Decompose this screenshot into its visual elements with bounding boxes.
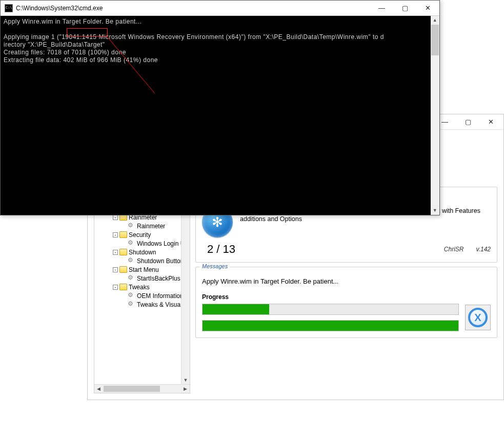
folder-icon — [119, 284, 127, 290]
tree-item[interactable]: -Shutdown — [94, 248, 190, 256]
scroll-left-icon[interactable]: ◀ — [94, 385, 103, 393]
messages-legend: Messages — [200, 263, 230, 269]
cmd-window: C:\Windows\System32\cmd.exe — ▢ ✕ Apply … — [0, 0, 440, 215]
script-gear-icon — [128, 301, 135, 308]
scroll-down-icon[interactable]: ▼ — [431, 206, 439, 215]
cmd-title: C:\Windows\System32\cmd.exe — [16, 5, 370, 12]
progress-bar-current — [202, 304, 459, 315]
script-author: ChriSR — [444, 246, 464, 253]
script-gear-icon — [128, 275, 135, 282]
close-button[interactable]: ✕ — [479, 115, 502, 129]
cmd-app-icon — [5, 4, 13, 12]
script-gear-icon — [128, 223, 135, 229]
cmd-maximize-button[interactable]: ▢ — [393, 1, 416, 15]
cmd-close-button[interactable]: ✕ — [416, 1, 439, 15]
tree-expander-icon[interactable]: - — [113, 285, 118, 290]
tree-item-label: StartIsBackPlus — [137, 275, 180, 282]
script-gear-icon — [128, 292, 135, 299]
progress-label: Progress — [202, 293, 491, 301]
tree-item-label: Tweaks & Visual E — [137, 301, 188, 308]
script-gear-icon — [128, 240, 135, 247]
script-version: v.142 — [476, 246, 491, 253]
tree-item[interactable]: +Rainmeter — [94, 222, 190, 230]
tree-item-label: OEM Information — [137, 292, 184, 300]
scroll-up-icon[interactable]: ▲ — [431, 16, 439, 25]
tree-item-label: Rainmeter — [137, 223, 165, 230]
folder-icon — [119, 231, 127, 238]
maximize-button[interactable]: ▢ — [456, 115, 479, 129]
scroll-thumb[interactable] — [104, 386, 160, 392]
tree-item-label: Start Menu — [129, 266, 159, 273]
cmd-output[interactable]: Apply Winre.wim in Target Folder. Be pat… — [1, 16, 439, 215]
cmd-minimize-button[interactable]: — — [370, 1, 393, 15]
tree-item[interactable]: +StartIsBackPlus — [94, 274, 190, 283]
tree-expander-icon[interactable]: - — [113, 267, 118, 272]
scroll-thumb[interactable] — [431, 25, 439, 55]
tree-item-label: Tweaks — [129, 284, 150, 291]
cmd-titlebar[interactable]: C:\Windows\System32\cmd.exe — ▢ ✕ — [1, 1, 439, 16]
folder-icon — [119, 266, 127, 273]
stop-x-icon: X — [468, 308, 488, 327]
script-gear-icon — [128, 257, 135, 264]
cmd-text: Apply Winre.wim in Target Folder. Be pat… — [4, 18, 436, 64]
tree-item[interactable]: +Shutdown Button — [94, 256, 190, 265]
status-message: Apply Winre.wim in Target Folder. Be pat… — [202, 277, 491, 285]
tree-item-label: Shutdown Button — [137, 257, 184, 265]
tree-item[interactable]: -Tweaks — [94, 283, 190, 291]
tree-expander-icon[interactable]: - — [113, 250, 118, 255]
tree-expander-icon[interactable]: - — [113, 215, 118, 220]
tree-item[interactable]: -Start Menu — [94, 265, 190, 274]
tree-item[interactable]: -Security — [94, 230, 190, 239]
tree-item[interactable]: +Tweaks & Visual E — [94, 300, 190, 309]
script-step-counter: 2 / 13 — [202, 243, 235, 256]
scroll-down-icon[interactable]: ▼ — [182, 375, 190, 384]
tree-item-label: Windows Login U — [137, 240, 185, 247]
tree-item[interactable]: +Windows Login U — [94, 239, 190, 248]
tree-expander-icon[interactable]: - — [113, 232, 118, 237]
cmd-vertical-scrollbar[interactable]: ▲ ▼ — [431, 16, 439, 215]
stop-button[interactable]: X — [465, 305, 491, 330]
scroll-right-icon[interactable]: ▶ — [181, 385, 190, 393]
tree-item[interactable]: +OEM Information — [94, 291, 190, 300]
messages-groupbox: Messages Apply Winre.wim in Target Folde… — [195, 267, 497, 338]
tree-item-label: Security — [129, 231, 151, 239]
folder-icon — [119, 249, 127, 255]
tree-item-label: Shutdown — [129, 249, 156, 256]
tree-horizontal-scrollbar[interactable]: ◀ ▶ — [94, 384, 190, 393]
progress-bar-overall — [202, 320, 459, 331]
